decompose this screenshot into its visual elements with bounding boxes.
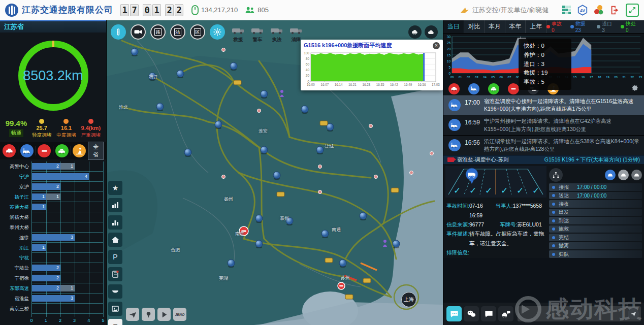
resource-marker[interactable]: [255, 240, 263, 247]
resource-marker[interactable]: [230, 62, 237, 70]
resource-marker[interactable]: [273, 172, 280, 179]
logout-icon[interactable]: [609, 5, 621, 16]
settings-gear-icon[interactable]: [631, 84, 639, 94]
user-info[interactable]: 江苏交控/开发单位/俞晓健: [460, 6, 549, 15]
vehicle-layer-救援[interactable]: 救援: [232, 25, 245, 43]
tab-本年[interactable]: 本年: [505, 20, 526, 33]
chart-row[interactable]: 3: [32, 294, 103, 304]
camera-layer-icon[interactable]: [131, 24, 146, 40]
helmet-dark-icon[interactable]: [631, 170, 642, 180]
traffic-dots-icon[interactable]: [593, 5, 604, 16]
tab-对比[interactable]: 对比: [464, 20, 485, 33]
resource-marker[interactable]: [228, 259, 235, 267]
chart-row[interactable]: [32, 304, 103, 314]
jeno-tool-icon[interactable]: JENO: [173, 308, 186, 321]
cloud-weather-icon[interactable]: [425, 25, 438, 39]
accident-icon[interactable]: [3, 144, 16, 157]
resource-marker[interactable]: [360, 212, 367, 219]
chart-row[interactable]: 1: [32, 202, 103, 212]
plane-tool-icon[interactable]: [126, 308, 139, 321]
chart-tool-icon[interactable]: [108, 215, 122, 230]
tab-上年[interactable]: 上年: [526, 20, 546, 33]
traffic-light-layer-icon[interactable]: [111, 24, 126, 40]
resource-marker[interactable]: [261, 146, 268, 153]
tow-truck-icon[interactable]: [448, 119, 461, 131]
quickfix-filter-icon[interactable]: [488, 83, 499, 94]
settings-layer-icon[interactable]: [210, 24, 225, 40]
chart-row[interactable]: 3: [32, 233, 103, 243]
timeline-row[interactable]: 到达: [549, 217, 642, 224]
favorites-tool-icon[interactable]: ★: [108, 181, 122, 195]
timeline-row[interactable]: 送达17:00 / 00:00: [549, 192, 642, 200]
resource-marker[interactable]: [177, 70, 184, 77]
zone-layer-icon[interactable]: 区: [190, 24, 205, 40]
chat-bubble-icon[interactable]: [446, 306, 462, 321]
legend-事故[interactable]: 事故 0: [546, 20, 566, 33]
resource-marker[interactable]: [131, 48, 138, 55]
resource-marker[interactable]: [184, 149, 191, 156]
tow-truck-icon[interactable]: [448, 99, 461, 111]
legend-救援[interactable]: 救援 23: [570, 20, 592, 33]
chart-row[interactable]: [32, 212, 103, 222]
incident-marker[interactable]: [338, 282, 345, 289]
timeline-row[interactable]: 归队: [549, 250, 642, 258]
play-tool-icon[interactable]: [157, 308, 171, 321]
chart-row[interactable]: 2: [32, 273, 103, 283]
org-chart-icon[interactable]: [549, 168, 563, 182]
4v-badge-icon[interactable]: 4V: [577, 5, 588, 16]
chart-row[interactable]: 21: [32, 283, 103, 294]
chart-row[interactable]: 11: [32, 192, 103, 202]
chart-row[interactable]: 2: [32, 263, 103, 273]
chart-row[interactable]: 2: [32, 182, 103, 192]
helmet-gray-icon[interactable]: [618, 170, 629, 180]
timeline-row[interactable]: 撤离: [549, 242, 642, 250]
all-province-button[interactable]: 全省: [88, 142, 104, 160]
timeline-row[interactable]: 完结: [549, 234, 642, 241]
closure-icon[interactable]: [38, 144, 51, 157]
car-message-icon[interactable]: [498, 306, 513, 321]
patrol-icon[interactable]: [55, 144, 69, 157]
chart-row[interactable]: 4: [32, 172, 103, 182]
resource-marker[interactable]: [393, 240, 400, 247]
timeline-row[interactable]: 接报17:00 / 00:00: [549, 183, 642, 191]
timeline-row[interactable]: 接收: [549, 200, 642, 208]
chat-input[interactable]: [518, 306, 641, 321]
legend-快处[interactable]: 快处 0: [621, 20, 640, 33]
resource-marker[interactable]: [215, 121, 222, 128]
menu-tool-icon[interactable]: ≡: [108, 319, 122, 325]
popup-close-icon[interactable]: ×: [433, 42, 440, 49]
road-sign-layer-icon[interactable]: 路: [150, 24, 166, 40]
vehicle-layer-执法[interactable]: 执法: [270, 25, 283, 43]
resource-marker[interactable]: [156, 103, 164, 110]
resource-marker[interactable]: [316, 146, 324, 153]
accident-filter-icon[interactable]: [448, 83, 460, 94]
stats-tool-icon[interactable]: [108, 198, 122, 212]
send-icon[interactable]: [628, 308, 639, 319]
chart-row[interactable]: [32, 222, 103, 233]
fullscreen-icon[interactable]: [626, 4, 639, 17]
timeline-row[interactable]: 出发: [549, 209, 642, 216]
chart-row[interactable]: [32, 253, 103, 263]
chart-row[interactable]: 1: [32, 243, 103, 253]
event-row[interactable]: 17:00宿淮盐调度中心接到一起清障请求。清障地点在G1516盐洛高速K196+…: [443, 95, 644, 115]
shanghai-marker[interactable]: 上海: [401, 292, 416, 307]
pin-tool-icon[interactable]: [142, 308, 155, 321]
incident-bar[interactable]: 宿淮盐-调度中心-苏则 G1516 K196 + 下行(大丰港方向) (1分钟): [443, 155, 644, 164]
station-layer-icon[interactable]: 站: [170, 24, 185, 40]
resource-marker[interactable]: [339, 259, 346, 267]
dome-tool-icon[interactable]: [108, 284, 122, 299]
message-icon[interactable]: [481, 306, 496, 321]
parking-tool-icon[interactable]: P: [108, 250, 122, 264]
resource-marker[interactable]: [301, 106, 308, 113]
tab-当日[interactable]: 当日: [443, 20, 464, 33]
snow-weather-icon[interactable]: [408, 25, 422, 39]
wechat-icon[interactable]: [464, 306, 479, 321]
report-tool-icon[interactable]: [108, 267, 122, 281]
home-tool-icon[interactable]: [108, 233, 122, 247]
chart-row[interactable]: 21: [32, 161, 103, 172]
construction-icon[interactable]: [73, 144, 86, 157]
resource-marker[interactable]: [261, 90, 268, 98]
rescue-filter-icon[interactable]: [468, 83, 479, 94]
tow-truck-icon[interactable]: [448, 139, 461, 151]
rescue-icon[interactable]: [20, 144, 34, 157]
